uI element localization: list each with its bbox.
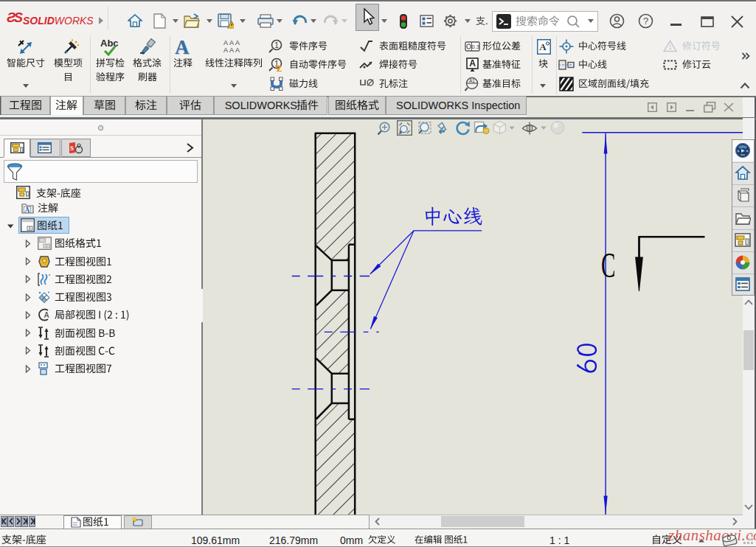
svg-text:A: A <box>44 311 49 319</box>
svg-text:A: A <box>24 206 30 214</box>
svg-text:A1: A1 <box>469 78 475 83</box>
svg-text:?: ? <box>643 15 648 27</box>
svg-text:1: 1 <box>668 43 672 51</box>
svg-text:A: A <box>539 41 547 52</box>
svg-text:1: 1 <box>274 41 279 49</box>
svg-text:S: S <box>70 144 74 152</box>
svg-text:0.3: 0.3 <box>472 43 479 50</box>
svg-text:A: A <box>469 58 476 69</box>
